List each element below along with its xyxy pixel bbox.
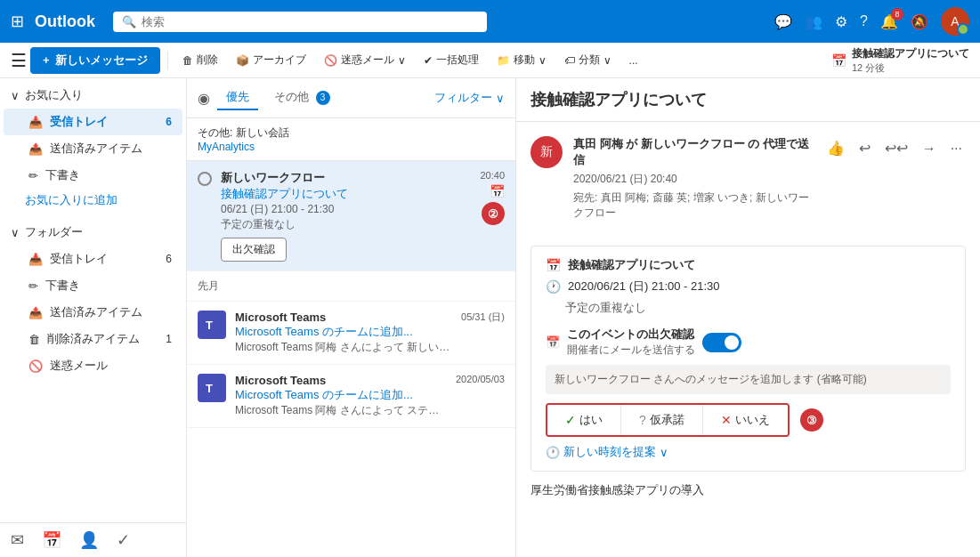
sent-icon2: 📤 <box>28 306 43 319</box>
message-date: 06/21 (日) 21:00 - 21:30 <box>221 202 471 217</box>
move-button[interactable]: 📁 移動 ∨ <box>490 49 554 71</box>
teams-subject-2: Microsoft Teams のチームに追加... <box>235 387 447 403</box>
teams-message-content-1: Microsoft Teams Microsoft Teams のチームに追加.… <box>235 311 452 355</box>
calendar-icon: 📅 <box>831 53 846 68</box>
message-item-teams1[interactable]: T Microsoft Teams Microsoft Teams のチームに追… <box>187 302 515 365</box>
teams-time-1: 05/31 (日) <box>461 311 505 324</box>
message-item-workflow[interactable]: 新しいワークフロー 接触確認アプリについて 06/21 (日) 21:00 - … <box>187 161 515 271</box>
sidebar-item-junk[interactable]: 🚫 迷惑メール <box>4 352 182 379</box>
deleted-count: 1 <box>166 333 172 345</box>
search-input[interactable] <box>142 15 478 28</box>
teams-logo-2: T <box>198 374 226 402</box>
add-favorite-link[interactable]: お気に入りに追加 <box>0 189 186 212</box>
chevron-down-filter: ∨ <box>496 92 505 105</box>
settings-icon[interactable]: ⚙ <box>835 13 847 30</box>
delete-button[interactable]: 🗑 削除 <box>175 49 225 71</box>
email-header: 新 真田 阿梅 が 新しいワークフロー の 代理で送信 2020/06/21 (… <box>530 136 966 231</box>
chat-icon[interactable]: 💬 <box>774 13 792 30</box>
mail-icon[interactable]: ✉ <box>11 530 24 550</box>
rsvp-no-button[interactable]: ✕ いいえ <box>703 405 788 435</box>
sidebar-item-inbox2[interactable]: 📥 受信トレイ 6 <box>4 246 182 272</box>
tab-priority[interactable]: 優先 <box>217 85 258 110</box>
people-icon[interactable]: 👥 <box>805 13 822 30</box>
plus-icon: + <box>43 53 50 67</box>
rsvp-message-area: 新しいワークフロー さんへのメッセージを追加します (省略可能) <box>546 365 951 394</box>
detail-body-text: 厚生労働省接触感染アプリの導入 <box>530 482 966 498</box>
message-radio[interactable] <box>198 172 212 186</box>
reply-button[interactable]: ↩ <box>855 136 874 160</box>
inbox2-count: 6 <box>166 253 172 265</box>
folders-header[interactable]: ∨ フォルダー <box>0 219 186 246</box>
notification-icon[interactable]: 🔔 8 <box>880 13 898 30</box>
sidebar-item-inbox[interactable]: 📥 受信トレイ 6 <box>4 109 182 135</box>
message-sender: 新しいワークフロー <box>221 170 471 186</box>
rsvp-email-label: 開催者にメールを送信する <box>567 343 695 358</box>
detail-date: 2020/06/21 (日) 20:40 <box>573 172 813 187</box>
forward-button[interactable]: → <box>919 137 940 160</box>
clock-propose-icon: 🕐 <box>546 446 560 459</box>
more-actions-button[interactable]: ··· <box>947 137 966 160</box>
tab-other[interactable]: その他 3 <box>265 85 339 110</box>
sidebar-item-sent[interactable]: 📤 送信済みアイテム <box>4 135 182 162</box>
calendar-bottom-icon[interactable]: 📅 <box>42 530 61 550</box>
detail-title: 接触確認アプリについて <box>516 78 980 122</box>
filter-button[interactable]: フィルター ∨ <box>434 90 505 106</box>
drafts-icon: ✏ <box>28 169 38 182</box>
tag-button[interactable]: 🏷 分類 ∨ <box>557 49 619 71</box>
chevron-down-icon3: ∨ <box>603 54 611 67</box>
question-icon: ? <box>639 413 646 427</box>
detail-body: 新 真田 阿梅 が 新しいワークフロー の 代理で送信 2020/06/21 (… <box>516 122 980 557</box>
message-list-body: その他: 新しい会話 MyAnalytics 新しいワークフロー 接触確認アプリ… <box>187 118 515 557</box>
rsvp-yes-button[interactable]: ✓ はい <box>547 405 621 435</box>
rsvp-maybe-button[interactable]: ? 仮承諾 <box>621 405 703 435</box>
like-button[interactable]: 👍 <box>823 136 848 160</box>
message-item-teams2[interactable]: T Microsoft Teams Microsoft Teams のチームに追… <box>187 365 515 428</box>
teams-time-2: 2020/05/03 <box>456 374 505 384</box>
sidebar-item-drafts2[interactable]: ✏ 下書き <box>4 272 182 299</box>
teams-sender-1: Microsoft Teams <box>235 311 452 324</box>
sidebar-bottom: ✉ 📅 👤 ✓ <box>0 522 186 557</box>
main-layout: ∨ お気に入り 📥 受信トレイ 6 📤 送信済みアイテム ✏ 下書き お気に入り… <box>0 78 980 557</box>
junk-icon2: 🚫 <box>28 359 43 373</box>
teams-preview-2: Microsoft Teams 阿梅 さんによって ステイホームを楽... <box>235 403 447 418</box>
help-icon[interactable]: ? <box>860 13 868 29</box>
event-no-repeat: 予定の重複なし <box>565 300 951 316</box>
svg-text:T: T <box>206 319 213 332</box>
new-message-button[interactable]: + 新しいメッセージ <box>30 47 160 74</box>
sidebar-item-drafts[interactable]: ✏ 下書き <box>4 162 182 189</box>
sidebar-item-sent2[interactable]: 📤 送信済みアイテム <box>4 299 182 326</box>
teams-meta-2: 2020/05/03 <box>456 374 505 418</box>
favorites-section: ∨ お気に入り 📥 受信トレイ 6 📤 送信済みアイテム ✏ 下書き お気に入り… <box>0 78 186 215</box>
junk-button[interactable]: 🚫 迷惑メール ∨ <box>317 49 413 71</box>
drafts-icon2: ✏ <box>28 279 38 293</box>
teams-message-content-2: Microsoft Teams Microsoft Teams のチームに追加.… <box>235 374 447 418</box>
calendar-card-icon: 📅 <box>546 258 561 272</box>
propose-time-link[interactable]: 🕐 新しい時刻を提案 ∨ <box>546 444 951 460</box>
favorites-header[interactable]: ∨ お気に入り <box>0 82 186 109</box>
sidebar-toggle-icon[interactable]: ☰ <box>11 50 27 71</box>
people-bottom-icon[interactable]: 👤 <box>79 530 99 550</box>
more-button[interactable]: ... <box>622 51 645 70</box>
rsvp-email-toggle[interactable] <box>702 333 741 352</box>
teams-preview-1: Microsoft Teams 阿梅 さんによって 新しいワークフロー... <box>235 340 452 355</box>
check-bottom-icon[interactable]: ✓ <box>117 530 130 550</box>
sent-icon: 📤 <box>28 142 43 156</box>
filter-circle-icon[interactable]: ◉ <box>198 90 210 107</box>
my-analytics-link[interactable]: MyAnalytics <box>198 141 255 153</box>
event-card-title: 接触確認アプリについて <box>568 257 695 273</box>
attend-button[interactable]: 出欠確認 <box>221 238 287 262</box>
user-avatar[interactable]: A <box>941 7 969 36</box>
sidebar-item-deleted[interactable]: 🗑 削除済みアイテム 1 <box>4 326 182 352</box>
apps-grid-icon[interactable]: ⊞ <box>11 12 24 31</box>
bulk-button[interactable]: ✔ 一括処理 <box>417 49 486 71</box>
notification-info: 📅 接触確認アプリについて 12 分後 <box>831 46 969 75</box>
delete-icon: 🗑 <box>182 54 193 67</box>
checkmark-icon: ✓ <box>565 413 576 427</box>
chevron-down-icon: ∨ <box>11 89 20 102</box>
archive-button[interactable]: 📦 アーカイブ <box>229 49 313 71</box>
search-bar[interactable]: 🔍 <box>113 12 487 32</box>
notification-time: 12 分後 <box>852 61 969 75</box>
bell-icon[interactable]: 🔕 <box>911 13 928 30</box>
reply-all-button[interactable]: ↩↩ <box>881 136 911 160</box>
detail-to: 宛先: 真田 阿梅; 斎藤 英; 増家 いつき; 新しいワークフロー <box>573 190 813 221</box>
